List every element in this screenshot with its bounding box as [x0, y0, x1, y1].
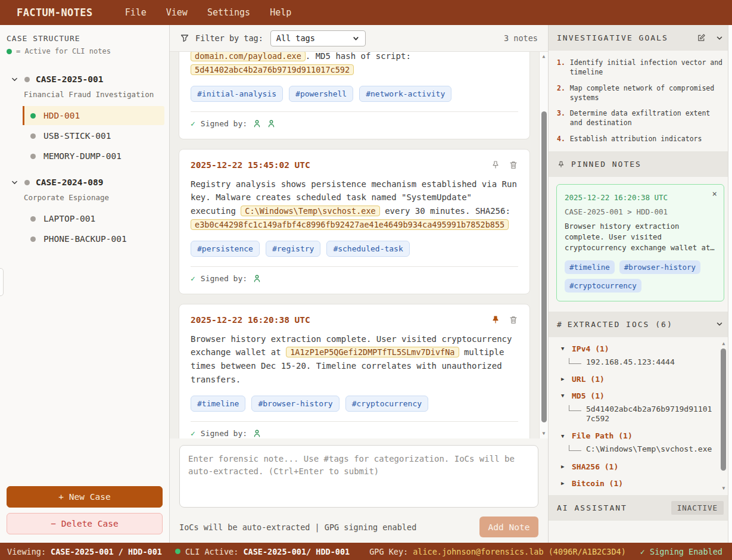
sidebar-scroll-nub[interactable] — [0, 268, 4, 296]
ioc-group-toggle[interactable]: ▶Bitcoin (1) — [561, 479, 714, 488]
goal-text: Identify initial infection vector and ti… — [570, 58, 724, 77]
notes-scrollbar-thumb[interactable] — [541, 111, 547, 422]
viewing-value: CASE-2025-001 / HDD-001 — [51, 547, 162, 556]
filter-funnel-icon — [180, 33, 189, 43]
scroll-up-arrow-icon[interactable]: ▲ — [540, 53, 548, 60]
triangle-right-icon: ▶ — [561, 376, 567, 382]
tag-pill[interactable]: #browser-history — [251, 396, 339, 412]
signing-enabled-label: Signing Enabled — [650, 547, 722, 556]
triangle-down-icon: ▼ — [561, 433, 567, 439]
tag-pill[interactable]: #timeline — [191, 396, 245, 412]
notes-panel: Filter by tag: All tags 3 notes domain.c… — [170, 25, 548, 543]
ai-status-badge: INACTIVE — [671, 501, 724, 515]
case-item[interactable]: CASE-2025-001 — [5, 71, 164, 88]
menu-help[interactable]: Help — [270, 7, 291, 18]
ioc-group-toggle[interactable]: ▼File Path (1) — [561, 431, 714, 440]
gpg-key-value: alice.johnson@forensics.lab (4096R/A1B2C… — [413, 547, 626, 556]
signed-by-label: Signed by: — [201, 429, 247, 438]
ioc-group: ▶Bitcoin (1) — [561, 479, 714, 488]
ioc-value-row[interactable]: C:\Windows\Temp\svchost.exe — [569, 444, 714, 454]
filter-bar: Filter by tag: All tags 3 notes — [170, 25, 548, 52]
triangle-right-icon: ▶ — [561, 480, 567, 486]
signed-by-row: ✓Signed by: — [191, 274, 518, 283]
evidence-item[interactable]: MEMORY-DUMP-001 — [23, 147, 164, 166]
goal-item: 1.Identify initial infection vector and … — [557, 58, 724, 77]
pinned-notes-title: PINNED NOTES — [571, 160, 641, 169]
tag-filter-select[interactable]: All tags — [270, 30, 366, 46]
scroll-down-arrow-icon[interactable]: ▼ — [540, 430, 548, 437]
ioc-group-label: IPv4 (1) — [572, 344, 609, 353]
investigative-goals-header: INVESTIGATIVE GOALS — [549, 25, 732, 51]
case-structure-title: CASE STRUCTURE — [0, 25, 169, 45]
note-input[interactable] — [179, 445, 538, 508]
tag-pill[interactable]: #network-activity — [359, 86, 451, 102]
tag-pill[interactable]: #cryptocurrency — [345, 396, 428, 412]
ioc-group-toggle[interactable]: ▼MD5 (1) — [561, 391, 714, 400]
ai-assistant-title: AI ASSISTANT — [557, 503, 627, 512]
evidence-item[interactable]: USB-STICK-001 — [23, 126, 164, 145]
goal-item: 4.Establish attribution indicators — [557, 135, 724, 144]
tag-pill[interactable]: #initial-analysis — [191, 86, 283, 102]
delete-case-button[interactable]: − Delete Case — [7, 513, 163, 534]
ioc-scrollbar-thumb[interactable] — [721, 349, 726, 471]
pinned-notes-area: × 2025-12-22 16:20:38 UTC CASE-2025-001 … — [549, 177, 732, 311]
signed-by-label: Signed by: — [201, 119, 247, 128]
ioc-value: C:\Windows\Temp\svchost.exe — [586, 444, 712, 454]
signer-person-icon — [253, 274, 261, 283]
evidence-item[interactable]: HDD-001 — [23, 106, 164, 125]
case-subtitle: Financial Fraud Investigation — [5, 88, 164, 105]
ioc-group-toggle[interactable]: ▶URL (1) — [561, 375, 714, 384]
ioc-group-toggle[interactable]: ▼IPv4 (1) — [561, 344, 714, 353]
ioc-scroll-down-icon[interactable]: ▼ — [720, 485, 727, 492]
note-tags: #initial-analysis#powershell#network-act… — [191, 86, 518, 102]
tag-pill[interactable]: #persistence — [191, 241, 260, 257]
add-note-button[interactable]: Add Note — [479, 517, 538, 537]
goal-number: 1. — [557, 58, 565, 77]
case-item[interactable]: CASE-2024-089 — [5, 174, 164, 191]
pinned-tag-pill[interactable]: #cryptocurrency — [565, 279, 641, 293]
extracted-iocs-title: EXTRACTED IOCS (6) — [568, 320, 673, 329]
tag-pill[interactable]: #powershell — [289, 86, 353, 102]
pinned-tag-pill[interactable]: #timeline — [565, 260, 615, 274]
ioc-tree-area: ▼IPv4 (1)192.168.45.123:4444▶URL (1)▼MD5… — [549, 337, 732, 495]
case-structure-panel: CASE STRUCTURE = Active for CLI notes CA… — [0, 25, 170, 543]
ioc-group-toggle[interactable]: ▶SHA256 (1) — [561, 462, 714, 471]
goal-number: 4. — [557, 135, 565, 144]
evidence-status-dot-icon — [30, 154, 36, 159]
ioc-value-row[interactable]: 192.168.45.123:4444 — [569, 357, 714, 367]
chevron-down-icon[interactable] — [11, 76, 18, 83]
menu-settings[interactable]: Settings — [207, 7, 250, 18]
goal-text: Map complete network of compromised syst… — [570, 84, 724, 103]
active-dot-icon — [7, 49, 12, 54]
goal-item: 2.Map complete network of compromised sy… — [557, 84, 724, 103]
pin-filled-icon[interactable] — [491, 315, 500, 325]
tag-pill[interactable]: #scheduled-task — [326, 241, 409, 257]
evidence-status-dot-icon — [30, 133, 36, 139]
evidence-item[interactable]: PHONE-BACKUP-001 — [23, 229, 164, 248]
ioc-scroll-up-icon[interactable]: ▲ — [720, 340, 727, 347]
trash-icon[interactable] — [509, 160, 518, 170]
ioc-value-row[interactable]: 5d41402abc4b2a76b9719d911017c592 — [569, 405, 714, 424]
menu-file[interactable]: File — [125, 7, 147, 18]
new-case-button[interactable]: + New Case — [7, 486, 163, 508]
note-body: Browser history extraction complete. Use… — [191, 332, 518, 387]
trash-icon[interactable] — [509, 315, 518, 325]
note-tags: #timeline#browser-history#cryptocurrency — [191, 396, 518, 412]
pinned-notes-header: PINNED NOTES — [549, 151, 732, 177]
ioc-group: ▶SHA256 (1) — [561, 462, 714, 471]
collapse-iocs-chevron-icon[interactable] — [715, 320, 724, 328]
collapse-goals-chevron-icon[interactable] — [715, 34, 724, 42]
pin-icon[interactable] — [491, 160, 500, 170]
pinned-tag-pill[interactable]: #browser-history — [619, 260, 700, 274]
goal-item: 3.Determine data exfiltration extent and… — [557, 109, 724, 128]
menu-view[interactable]: View — [166, 7, 188, 18]
tag-pill[interactable]: #registry — [266, 241, 320, 257]
ioc-scrollbar[interactable]: ▲ ▼ — [720, 340, 727, 492]
edit-icon[interactable] — [697, 33, 706, 42]
unpin-close-icon[interactable]: × — [712, 189, 717, 198]
hash-icon: # — [557, 320, 562, 329]
investigative-goals-title: INVESTIGATIVE GOALS — [557, 33, 668, 42]
chevron-down-icon[interactable] — [11, 179, 18, 186]
evidence-item[interactable]: LAPTOP-001 — [23, 209, 164, 228]
notes-scrollbar[interactable]: ▲ ▼ — [539, 52, 548, 438]
